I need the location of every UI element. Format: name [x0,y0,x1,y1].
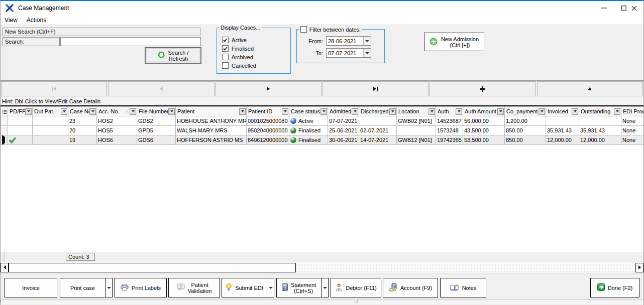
cell-case-status: Finalised [289,135,328,145]
submit-edi-button[interactable]: Submit EDI [222,278,267,297]
first-record-button[interactable] [1,81,107,96]
finalised-label: Finalised [232,46,254,52]
column-header-patient-id[interactable]: Patient ID [247,107,289,116]
display-cases-groupbox: Display Cases... Active Finalised Archiv… [217,28,291,74]
scroll-left-button[interactable] [1,263,9,272]
filter-button[interactable] [168,108,175,115]
column-header-co-payment[interactable]: Co_payment [505,107,546,116]
insert-record-icon [480,86,485,92]
active-checkbox[interactable] [222,37,229,43]
next-record-button[interactable] [216,81,321,96]
status-globe-icon [290,118,296,124]
archived-checkbox[interactable] [222,54,229,60]
minimize-button[interactable] [593,1,614,15]
finalised-checkbox[interactable] [222,45,229,52]
search-refresh-button[interactable]: Search / Refresh [145,47,201,64]
filter-button[interactable] [352,108,358,115]
column-header-auth-amount[interactable]: Auth Amount [463,107,505,116]
filter-button[interactable] [428,108,435,115]
column-header-edi[interactable]: EDI Proces [621,107,644,116]
cell-auth-amount: 43,500.00 [463,126,505,135]
cell-patient-id: 8406120000000 [247,135,289,145]
last-record-button[interactable] [323,81,428,96]
filter-button[interactable] [497,108,504,115]
filter-button[interactable] [572,108,578,115]
new-search-header[interactable]: New Search (Ctrl+F) [3,28,200,36]
to-date-picker[interactable]: 07-07-2021 [326,48,371,58]
column-header-file-number[interactable]: File Number [137,107,176,116]
filter-button[interactable] [25,108,32,115]
column-header-admitted[interactable]: Admitted [328,107,359,116]
filter-button[interactable] [61,108,67,115]
column-header-patient[interactable]: Patient [176,107,247,116]
previous-record-button[interactable] [108,81,214,96]
column-header-out-pat[interactable]: Out Pat. [33,107,68,116]
statement-button[interactable]: Statement (Ctrl+S) [277,278,321,297]
chevron-down-icon [365,40,369,42]
from-date-dropdown-button[interactable] [363,37,371,45]
cell-acc-no: HOS5 [97,126,137,135]
to-date-dropdown-button[interactable] [363,49,371,57]
table-row-selected[interactable]: 19 HOS6 GDS6 HOFFERSON ASTRID MS 8406120… [1,135,644,145]
debtor-button[interactable]: Debtor (F11) [331,278,381,297]
column-header-outstanding[interactable]: Outstanding [579,107,621,116]
cell-admitted: 07-07-2021 [328,116,359,126]
patient-validation-button[interactable]: ? Patient Validation [168,278,220,297]
grid-footer: Count: 3 [1,252,643,262]
submit-edi-dropdown-button[interactable] [267,278,274,297]
column-header-pdff[interactable]: PD/FF [8,107,33,116]
cell-auth: 14523687 [436,116,463,126]
cancelled-checkbox[interactable] [222,62,229,69]
column-header-case-no[interactable]: Case No. [68,107,97,116]
column-header-auth[interactable]: Auth. [436,107,463,116]
scroll-right-button[interactable] [635,263,643,272]
filter-button[interactable] [389,108,396,115]
filter-button[interactable] [539,108,545,115]
column-header-acc-no[interactable]: Acc. No.△ [97,107,137,116]
column-header-discharged[interactable]: Discharged [359,107,397,116]
cell-patient: HOFFERSON ASTRID MS [176,135,247,145]
option-archived: Archived [222,54,253,60]
search-input[interactable] [60,37,201,46]
print-labels-button[interactable]: Print Labels [115,278,167,297]
from-date-value: 28-06-2021 [327,38,363,44]
collapse-button[interactable] [537,81,643,96]
filter-button[interactable] [89,108,96,115]
column-header-location[interactable]: Location [397,107,436,116]
menu-view[interactable]: View [5,17,18,24]
invoice-button[interactable]: Invoice [5,278,57,297]
account-button[interactable]: Account (F9) [383,278,438,297]
statement-dropdown-button[interactable] [321,278,328,297]
current-row-arrow-icon [2,135,5,145]
table-row[interactable]: 23 HOS2 GDS2 HOBHOUSE ANTHONY MR 0001025… [1,116,644,126]
filter-button[interactable] [456,108,462,115]
print-case-dropdown-button[interactable] [105,278,112,297]
cell-pdff [8,135,33,145]
menu-actions[interactable]: Actions [27,17,46,24]
done-button[interactable]: Done (F2) [590,278,639,297]
filter-button[interactable] [130,108,136,115]
filter-button[interactable] [282,108,288,115]
new-admission-button[interactable]: New Admission (Ctrl [+]) [424,33,484,51]
from-date-picker[interactable]: 28-06-2021 [326,36,371,46]
date-filter-checkbox[interactable] [300,26,307,33]
column-header-case-status[interactable]: Case status [289,107,328,116]
next-record-icon [267,87,270,91]
print-case-button[interactable]: Print case [60,278,105,297]
cell-pdff [8,126,33,135]
status-bar [1,298,643,304]
insert-record-button[interactable] [430,81,535,96]
option-cancelled: Cancelled [222,62,256,69]
column-header-invoiced[interactable]: Invoiced [546,107,579,116]
up-arrow-icon [588,87,592,90]
table-row[interactable]: 20 HOS5 GPD5 WALSH MARY MRS 950204000000… [1,126,644,135]
grid-corner-button[interactable] [1,107,8,116]
filter-button[interactable] [239,108,246,115]
filter-button[interactable] [614,108,620,115]
notes-button[interactable]: Notes [440,278,486,297]
scrollbar-thumb[interactable] [9,263,296,272]
scrollbar-track[interactable] [296,263,635,272]
close-button[interactable] [623,1,644,15]
search-label: Search: [3,37,60,46]
filter-button[interactable] [320,108,327,115]
